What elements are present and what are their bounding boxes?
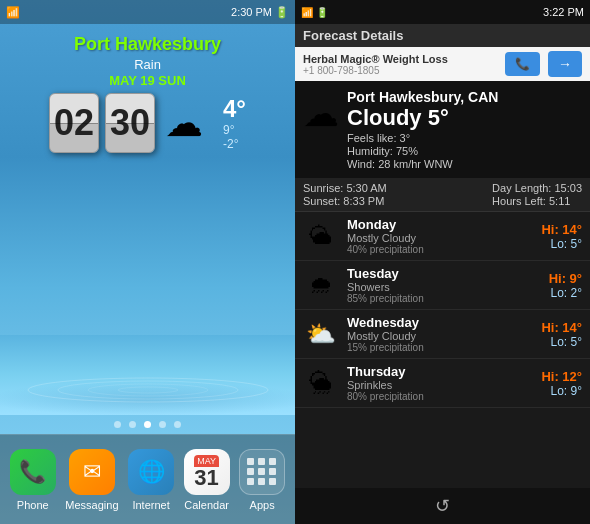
battery-icon: 🔋 [275, 6, 289, 19]
dot-2 [129, 421, 136, 428]
dock-label-messaging: Messaging [65, 499, 118, 511]
temp-high: 9° [223, 123, 234, 137]
forecast-day-info-tuesday: Tuesday Showers 85% precipitation [347, 266, 541, 304]
forecast-row-thursday[interactable]: 🌦 Thursday Sprinkles 80% precipitation H… [295, 359, 590, 408]
phone-icon: 📞 [10, 449, 56, 495]
dock-label-apps: Apps [250, 499, 275, 511]
temp-low: -2° [223, 137, 238, 151]
forecast-day-tuesday: Tuesday [347, 266, 541, 281]
forecast-hi-tuesday: Hi: 9° [549, 271, 582, 286]
forecast-day-wednesday: Wednesday [347, 315, 533, 330]
forecast-day-info-monday: Monday Mostly Cloudy 40% precipitation [347, 217, 533, 255]
current-cloud-icon: ☁ [303, 93, 339, 135]
forecast-icon-thursday: 🌦 [303, 369, 339, 397]
temp-current: 4° [223, 95, 246, 123]
forecast-hi-wednesday: Hi: 14° [541, 320, 582, 335]
weather-location[interactable]: Port Hawkesbury [74, 34, 221, 55]
forecast-precip-wednesday: 15% precipitation [347, 342, 533, 353]
ad-arrow-button[interactable]: → [548, 51, 582, 77]
right-time: 3:22 PM [543, 6, 584, 18]
forecast-lo-tuesday: Lo: 2° [549, 286, 582, 300]
forecast-lo-thursday: Lo: 9° [541, 384, 582, 398]
sun-left: Sunrise: 5:30 AM Sunset: 8:33 PM [303, 182, 387, 207]
sun-right: Day Length: 15:03 Hours Left: 5:11 [492, 182, 582, 207]
dock-label-calendar: Calendar [184, 499, 229, 511]
svg-point-3 [118, 387, 178, 393]
weather-top-row: 02 30 ☁ 4° 9° -2° [0, 93, 295, 153]
forecast-cond-thursday: Sprinkles [347, 379, 533, 391]
forecast-row-tuesday[interactable]: 🌧 Tuesday Showers 85% precipitation Hi: … [295, 261, 590, 310]
hours-left-label: Hours Left: 5:11 [492, 195, 582, 207]
ripple-svg [0, 335, 295, 415]
left-time: 2:30 PM [231, 6, 272, 18]
dock-item-messaging[interactable]: ✉ Messaging [65, 449, 118, 511]
dock-label-phone: Phone [17, 499, 49, 511]
right-signal-icon: 📶 [301, 7, 313, 18]
dot-4 [159, 421, 166, 428]
internet-icon: 🌐 [128, 449, 174, 495]
water-ripple [0, 335, 295, 415]
left-status-bar: 📶 2:30 PM 🔋 [0, 0, 295, 24]
forecast-temps-wednesday: Hi: 14° Lo: 5° [541, 320, 582, 349]
current-condition: Cloudy 5° [347, 105, 582, 131]
current-humidity: Humidity: 75% [347, 145, 582, 157]
apps-icon [239, 449, 285, 495]
calendar-icon: MAY 31 [184, 449, 230, 495]
forecast-temps-thursday: Hi: 12° Lo: 9° [541, 369, 582, 398]
dot-3 [144, 421, 151, 428]
ad-call-button[interactable]: 📞 [505, 52, 540, 76]
forecast-day-thursday: Thursday [347, 364, 533, 379]
sunrise-label: Sunrise: 5:30 AM [303, 182, 387, 194]
forecast-day-monday: Monday [347, 217, 533, 232]
bottom-dock: 📞 Phone ✉ Messaging 🌐 Internet MAY 31 Ca… [0, 434, 295, 524]
forecast-hi-monday: Hi: 14° [541, 222, 582, 237]
forecast-lo-wednesday: Lo: 5° [541, 335, 582, 349]
cal-day: 31 [194, 467, 218, 489]
cloud-icon-large: ☁ [165, 101, 203, 145]
forecast-precip-tuesday: 85% precipitation [347, 293, 541, 304]
dock-item-phone[interactable]: 📞 Phone [10, 449, 56, 511]
forecast-cond-tuesday: Showers [347, 281, 541, 293]
svg-point-0 [28, 378, 268, 402]
forecast-hi-thursday: Hi: 12° [541, 369, 582, 384]
weather-condition: Rain [134, 57, 161, 72]
messaging-icon: ✉ [69, 449, 115, 495]
sun-bar: Sunrise: 5:30 AM Sunset: 8:33 PM Day Len… [295, 178, 590, 212]
forecast-row-wednesday[interactable]: ⛅ Wednesday Mostly Cloudy 15% precipitat… [295, 310, 590, 359]
forecast-temps-tuesday: Hi: 9° Lo: 2° [549, 271, 582, 300]
current-feels-like: Feels like: 3° [347, 132, 582, 144]
forecast-list: 🌥 Monday Mostly Cloudy 40% precipitation… [295, 212, 590, 488]
refresh-bar[interactable]: ↺ [295, 488, 590, 524]
current-wind: Wind: 28 km/hr WNW [347, 158, 582, 170]
svg-point-2 [88, 384, 208, 396]
dot-5 [174, 421, 181, 428]
current-info: Port Hawkesbury, CAN Cloudy 5° Feels lik… [347, 89, 582, 170]
forecast-precip-thursday: 80% precipitation [347, 391, 533, 402]
forecast-icon-tuesday: 🌧 [303, 271, 339, 299]
forecast-cond-monday: Mostly Cloudy [347, 232, 533, 244]
clock-minute: 30 [105, 93, 155, 153]
page-dots [0, 415, 295, 434]
current-weather: ☁ Port Hawkesbury, CAN Cloudy 5° Feels l… [295, 81, 590, 178]
forecast-day-info-thursday: Thursday Sprinkles 80% precipitation [347, 364, 533, 402]
forecast-temps-monday: Hi: 14° Lo: 5° [541, 222, 582, 251]
ad-text: Herbal Magic® Weight Loss +1 800-798-180… [303, 53, 501, 76]
weather-date: MAY 19 SUN [109, 73, 186, 88]
dock-item-calendar[interactable]: MAY 31 Calendar [184, 449, 230, 511]
left-weather-content: Port Hawkesbury Rain MAY 19 SUN 02 30 ☁ … [0, 24, 295, 415]
dock-item-internet[interactable]: 🌐 Internet [128, 449, 174, 511]
temp-display: 4° 9° -2° [223, 95, 246, 151]
status-left-icons: 📶 [6, 6, 20, 19]
forecast-header: Forecast Details [295, 24, 590, 47]
status-time: 2:30 PM 🔋 [231, 6, 289, 19]
forecast-row-monday[interactable]: 🌥 Monday Mostly Cloudy 40% precipitation… [295, 212, 590, 261]
forecast-lo-monday: Lo: 5° [541, 237, 582, 251]
ad-bar: Herbal Magic® Weight Loss +1 800-798-180… [295, 47, 590, 81]
dot-1 [114, 421, 121, 428]
dock-item-apps[interactable]: Apps [239, 449, 285, 511]
ad-phone: +1 800-798-1805 [303, 65, 501, 76]
sunset-label: Sunset: 8:33 PM [303, 195, 387, 207]
refresh-icon[interactable]: ↺ [435, 495, 450, 517]
dock-label-internet: Internet [132, 499, 169, 511]
ad-title: Herbal Magic® Weight Loss [303, 53, 501, 65]
